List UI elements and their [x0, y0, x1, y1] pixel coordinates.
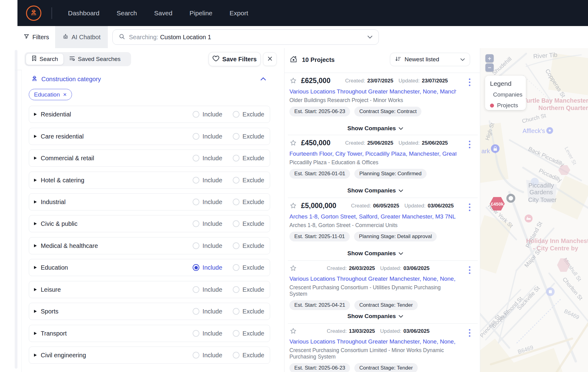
include-radio[interactable] [193, 308, 199, 315]
show-companies-button[interactable]: Show Companies [289, 187, 461, 194]
include-radio[interactable] [193, 177, 199, 184]
exclude-radio[interactable] [233, 133, 239, 140]
include-radio-selected[interactable] [193, 264, 199, 271]
save-filters-button[interactable]: Save Filters [209, 52, 261, 66]
map-pane[interactable]: River Tib Shudehill Copperas St Turtle B… [480, 48, 588, 372]
nav-item-saved[interactable]: Saved [154, 9, 172, 17]
include-label[interactable]: Include [202, 308, 222, 315]
exclude-radio[interactable] [233, 155, 239, 161]
include-radio[interactable] [193, 242, 199, 249]
zoom-in-button[interactable]: + [485, 54, 494, 63]
include-radio[interactable] [193, 220, 199, 227]
filter-row-hotel-catering[interactable]: Hotel & catering IncludeExclude [29, 172, 270, 189]
show-companies-button[interactable]: Show Companies [289, 250, 461, 257]
exclude-radio[interactable] [233, 242, 239, 249]
saved-searches-tab-button[interactable]: Saved Searches [64, 53, 126, 65]
exclude-radio[interactable] [233, 286, 239, 293]
include-label[interactable]: Include [202, 133, 222, 140]
exclude-label[interactable]: Exclude [243, 155, 264, 162]
tab-filters[interactable]: Filters [17, 26, 55, 48]
exclude-label[interactable]: Exclude [243, 330, 264, 337]
caret-right-icon[interactable] [34, 354, 37, 357]
kebab-menu-icon[interactable] [468, 78, 471, 87]
include-radio[interactable] [193, 133, 199, 140]
search-tab-button[interactable]: Search [26, 53, 64, 65]
exclude-radio[interactable] [233, 177, 239, 184]
kebab-menu-icon[interactable] [468, 140, 471, 149]
filter-row-education[interactable]: Education IncludeExclude [29, 259, 270, 276]
tab-ai-chatbot[interactable]: AI Chatbot [55, 26, 108, 48]
filter-row-residential[interactable]: Residential IncludeExclude [29, 106, 270, 123]
close-filters-button[interactable] [263, 52, 277, 66]
filter-row-leisure[interactable]: Leisure IncludeExclude [29, 281, 270, 298]
nav-item-search[interactable]: Search [117, 9, 137, 17]
project-address-link[interactable]: Various Locations Throughout Greater Man… [289, 275, 456, 282]
filter-row-industrial[interactable]: Industrial IncludeExclude [29, 193, 270, 211]
chevron-down-icon[interactable] [368, 34, 372, 40]
location-search-select[interactable]: Searching: Custom Location 1 [112, 29, 379, 45]
include-label[interactable]: Include [202, 330, 222, 337]
chevron-up-icon[interactable] [261, 76, 266, 82]
exclude-label[interactable]: Exclude [243, 264, 264, 271]
exclude-label[interactable]: Exclude [243, 133, 264, 140]
nav-item-dashboard[interactable]: Dashboard [68, 9, 100, 17]
star-icon[interactable] [289, 327, 297, 335]
include-label[interactable]: Include [202, 286, 222, 293]
caret-right-icon[interactable] [34, 200, 37, 203]
include-radio[interactable] [193, 352, 199, 359]
include-label[interactable]: Include [202, 242, 222, 249]
caret-right-icon[interactable] [34, 310, 37, 313]
caret-right-icon[interactable] [34, 266, 37, 269]
filter-row-medical-healthcare[interactable]: Medical & healthcare IncludeExclude [29, 237, 270, 254]
include-label[interactable]: Include [202, 220, 222, 227]
exclude-radio[interactable] [233, 264, 239, 271]
star-icon[interactable] [289, 139, 297, 147]
education-filter-chip[interactable]: Education ✕ [29, 89, 72, 100]
exclude-label[interactable]: Exclude [243, 199, 264, 206]
filter-row-transport[interactable]: Transport IncludeExclude [29, 325, 270, 342]
include-radio[interactable] [193, 330, 199, 337]
caret-right-icon[interactable] [34, 222, 37, 225]
include-radio[interactable] [193, 286, 199, 293]
caret-right-icon[interactable] [34, 135, 37, 138]
exclude-label[interactable]: Exclude [243, 242, 264, 249]
caret-right-icon[interactable] [34, 244, 37, 247]
caret-right-icon[interactable] [34, 179, 37, 182]
exclude-radio[interactable] [233, 111, 239, 118]
exclude-label[interactable]: Exclude [243, 111, 264, 118]
kebab-menu-icon[interactable] [468, 203, 471, 212]
include-radio[interactable] [193, 199, 199, 205]
kebab-menu-icon[interactable] [468, 265, 471, 275]
left-scrollbar-track[interactable] [15, 50, 17, 369]
show-companies-button[interactable]: Show Companies [289, 313, 461, 320]
filter-row-care-residential[interactable]: Care residential IncludeExclude [29, 128, 270, 145]
filter-row-commercial-retail[interactable]: Commercial & retail IncludeExclude [29, 150, 270, 167]
include-label[interactable]: Include [202, 199, 222, 206]
star-icon[interactable] [289, 77, 297, 85]
filter-row-civil-engineering[interactable]: Civil engineering IncludeExclude [29, 347, 270, 364]
filter-row-sports[interactable]: Sports IncludeExclude [29, 303, 270, 320]
include-label[interactable]: Include [202, 177, 222, 184]
chip-remove-icon[interactable]: ✕ [63, 92, 67, 97]
caret-right-icon[interactable] [34, 157, 37, 160]
nav-item-export[interactable]: Export [230, 9, 248, 17]
project-address-link[interactable]: Fourteenth Floor, City Tower, Piccadilly… [289, 150, 456, 157]
star-icon[interactable] [289, 264, 297, 272]
include-radio[interactable] [193, 111, 199, 118]
exclude-radio[interactable] [233, 220, 239, 227]
zoom-out-button[interactable]: − [485, 63, 494, 72]
app-logo[interactable] [26, 6, 41, 21]
exclude-label[interactable]: Exclude [243, 177, 264, 184]
include-label[interactable]: Include [202, 155, 222, 162]
exclude-label[interactable]: Exclude [243, 220, 264, 227]
filter-row-civic-public[interactable]: Civic & public IncludeExclude [29, 215, 270, 232]
exclude-radio[interactable] [233, 330, 239, 337]
exclude-radio[interactable] [233, 199, 239, 205]
project-address-link[interactable]: Various Locations Throughout Greater Man… [289, 88, 456, 95]
caret-right-icon[interactable] [34, 288, 37, 291]
include-label[interactable]: Include [202, 111, 222, 118]
project-address-link[interactable]: Arches 1-8, Gorton Street, Salford, Grea… [289, 213, 456, 220]
include-radio[interactable] [193, 155, 199, 161]
exclude-label[interactable]: Exclude [243, 308, 264, 315]
exclude-label[interactable]: Exclude [243, 286, 264, 293]
